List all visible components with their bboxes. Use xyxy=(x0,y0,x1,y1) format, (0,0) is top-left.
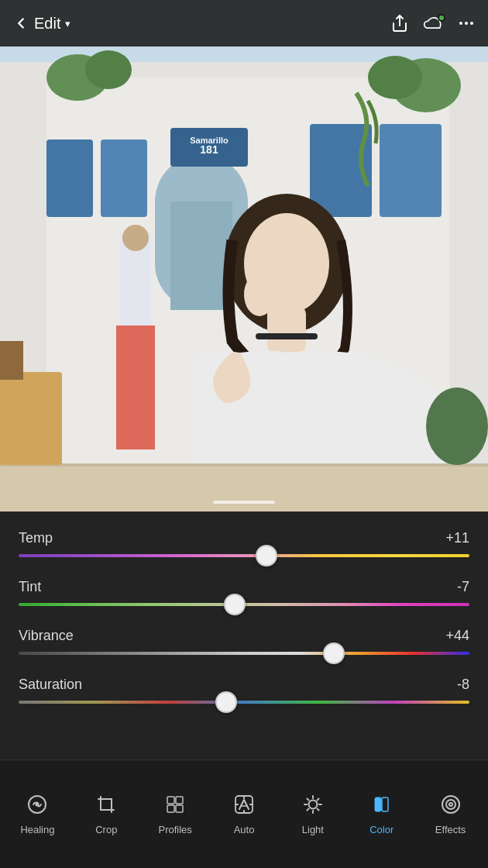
effects-label: Effects xyxy=(435,824,466,835)
effects-icon xyxy=(440,794,462,819)
photo-area: Samarillo 181 xyxy=(0,0,488,527)
photo-scene: Samarillo 181 xyxy=(0,0,488,527)
temp-header: Temp +11 xyxy=(19,530,469,546)
vibrance-label: Vibrance xyxy=(19,628,74,644)
svg-rect-37 xyxy=(167,797,174,804)
nav-item-effects[interactable]: Effects xyxy=(416,786,485,843)
auto-label: Auto xyxy=(234,824,255,835)
nav-item-light[interactable]: Light xyxy=(278,786,347,843)
nav-item-crop[interactable]: Crop xyxy=(72,786,141,843)
healing-label: Healing xyxy=(20,824,54,835)
temp-value: +11 xyxy=(445,530,469,546)
svg-line-47 xyxy=(307,798,308,800)
svg-rect-38 xyxy=(176,797,183,804)
drag-handle[interactable] xyxy=(213,501,275,504)
header-left: Edit ▾ xyxy=(12,15,70,33)
saturation-header: Saturation -8 xyxy=(19,677,469,693)
more-options-button[interactable] xyxy=(457,14,476,33)
nav-item-color[interactable]: Color xyxy=(347,786,416,843)
tint-track[interactable] xyxy=(19,603,469,606)
svg-line-48 xyxy=(317,808,318,810)
tint-thumb[interactable] xyxy=(224,594,246,615)
saturation-label: Saturation xyxy=(19,677,82,693)
svg-point-56 xyxy=(446,800,455,809)
svg-rect-33 xyxy=(0,0,488,527)
svg-rect-40 xyxy=(176,805,183,812)
svg-point-55 xyxy=(442,796,459,813)
header-right xyxy=(390,14,476,33)
profiles-label: Profiles xyxy=(158,824,191,835)
svg-rect-39 xyxy=(167,805,174,812)
temp-track[interactable] xyxy=(19,554,469,557)
light-icon xyxy=(302,794,324,819)
cloud-status-dot xyxy=(438,14,445,22)
color-controls-panel: Temp +11 Tint -7 Vibrance +44 Saturation… xyxy=(0,512,488,760)
back-button[interactable] xyxy=(12,15,29,32)
color-label: Color xyxy=(369,824,393,835)
share-button[interactable] xyxy=(390,14,409,33)
chevron-down-icon: ▾ xyxy=(65,18,70,29)
svg-point-1 xyxy=(459,22,462,25)
light-label: Light xyxy=(302,824,324,835)
vibrance-thumb[interactable] xyxy=(323,642,345,664)
nav-item-healing[interactable]: Healing xyxy=(3,786,72,843)
svg-point-57 xyxy=(449,803,452,806)
tint-label: Tint xyxy=(19,579,41,595)
svg-line-50 xyxy=(307,808,308,810)
svg-point-42 xyxy=(308,800,317,808)
tint-slider-row: Tint -7 xyxy=(19,579,469,606)
tint-header: Tint -7 xyxy=(19,579,469,595)
vibrance-slider-row: Vibrance +44 xyxy=(19,628,469,655)
crop-label: Crop xyxy=(95,824,117,835)
header: Edit ▾ xyxy=(0,0,488,46)
auto-icon xyxy=(233,794,255,819)
vibrance-track[interactable] xyxy=(19,652,469,655)
saturation-value: -8 xyxy=(457,677,469,693)
saturation-slider-row: Saturation -8 xyxy=(19,677,469,704)
profiles-icon xyxy=(164,794,186,819)
healing-icon xyxy=(26,794,48,819)
crop-icon xyxy=(95,794,117,819)
vibrance-value: +44 xyxy=(445,628,469,644)
edit-title-text: Edit xyxy=(34,15,60,33)
nav-item-auto[interactable]: Auto xyxy=(210,786,279,843)
svg-point-2 xyxy=(465,22,468,25)
svg-point-3 xyxy=(470,22,473,25)
svg-line-49 xyxy=(317,798,318,800)
cloud-sync-button[interactable] xyxy=(423,16,443,31)
temp-thumb[interactable] xyxy=(256,545,277,567)
saturation-track[interactable] xyxy=(19,701,469,704)
bottom-navigation: Healing Crop Profiles xyxy=(0,760,488,868)
nav-item-profiles[interactable]: Profiles xyxy=(141,786,210,843)
tint-value: -7 xyxy=(457,579,469,595)
saturation-thumb[interactable] xyxy=(215,691,237,713)
svg-rect-52 xyxy=(382,797,388,811)
vibrance-header: Vibrance +44 xyxy=(19,628,469,644)
edit-title[interactable]: Edit ▾ xyxy=(34,15,70,33)
temp-label: Temp xyxy=(19,530,53,546)
svg-rect-54 xyxy=(376,799,379,808)
temp-slider-row: Temp +11 xyxy=(19,530,469,557)
color-icon xyxy=(371,794,393,819)
svg-rect-36 xyxy=(101,799,112,810)
